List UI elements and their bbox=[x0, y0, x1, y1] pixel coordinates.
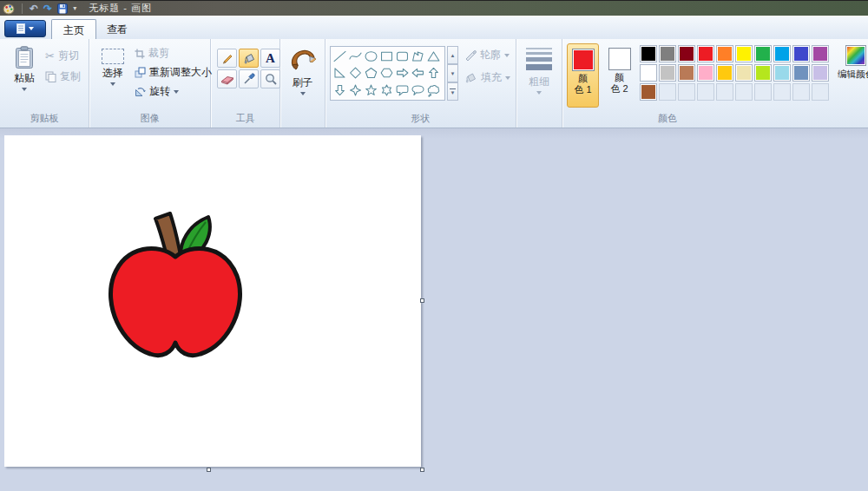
palette-empty-slot[interactable] bbox=[773, 83, 791, 101]
palette-swatch[interactable] bbox=[678, 64, 695, 82]
outline-label: 轮廓 bbox=[480, 48, 501, 62]
palette-swatch[interactable] bbox=[678, 45, 695, 62]
eyedropper-icon bbox=[243, 73, 255, 85]
color-picker-tool-button[interactable] bbox=[239, 69, 259, 88]
palette-swatch[interactable] bbox=[773, 64, 791, 82]
shape-curve[interactable] bbox=[347, 48, 363, 64]
shape-callout-rounded[interactable] bbox=[394, 82, 410, 98]
fill-shape-icon bbox=[464, 72, 477, 83]
size-button[interactable]: 粗细 bbox=[516, 39, 562, 95]
shape-ellipse[interactable] bbox=[363, 48, 378, 64]
shape-hexagon[interactable] bbox=[378, 65, 394, 82]
shapes-scroll-down-button[interactable]: ▼ bbox=[447, 64, 458, 82]
palette-swatch[interactable] bbox=[773, 45, 791, 62]
brushes-button[interactable]: 刷子 bbox=[280, 39, 325, 95]
shape-star-6[interactable] bbox=[378, 82, 394, 98]
shape-arrow-right[interactable] bbox=[394, 65, 410, 82]
shape-arrow-up[interactable] bbox=[425, 65, 441, 82]
palette-swatch[interactable] bbox=[812, 45, 829, 62]
rotate-label: 旋转 bbox=[149, 84, 170, 99]
palette-empty-slot[interactable] bbox=[697, 83, 714, 101]
edit-colors-rainbow-icon bbox=[845, 45, 866, 66]
crop-button[interactable]: 裁剪 bbox=[135, 46, 212, 61]
palette-swatch[interactable] bbox=[754, 64, 772, 82]
shape-triangle[interactable] bbox=[425, 48, 441, 64]
palette-empty-slot[interactable] bbox=[792, 83, 810, 101]
copy-button[interactable]: 复制 bbox=[45, 69, 81, 84]
palette-empty-slot[interactable] bbox=[735, 83, 753, 101]
select-button[interactable]: 选择 bbox=[95, 39, 131, 86]
cut-button[interactable]: ✂ 剪切 bbox=[45, 49, 81, 63]
shape-pentagon[interactable] bbox=[363, 65, 378, 82]
shape-outline-button[interactable]: 轮廓 bbox=[464, 48, 510, 62]
palette-swatch[interactable] bbox=[735, 45, 753, 62]
pencil-tool-button[interactable] bbox=[217, 49, 237, 68]
magnifier-tool-button[interactable] bbox=[260, 69, 280, 88]
undo-button[interactable]: ↶ bbox=[30, 3, 38, 14]
shape-fill-button[interactable]: 填充 bbox=[464, 70, 510, 85]
tab-view[interactable]: 查看 bbox=[95, 19, 139, 40]
shapes-scroll-up-button[interactable]: ▲ bbox=[447, 46, 458, 64]
palette-swatch[interactable] bbox=[735, 64, 753, 82]
resize-button[interactable]: 重新调整大小 bbox=[135, 65, 212, 80]
canvas-resize-handle-right[interactable] bbox=[420, 298, 424, 303]
palette-swatch[interactable] bbox=[640, 83, 657, 101]
shape-rectangle[interactable] bbox=[378, 48, 394, 64]
palette-empty-slot[interactable] bbox=[659, 83, 676, 101]
text-tool-button[interactable]: A bbox=[260, 49, 280, 68]
selection-rectangle-icon bbox=[102, 49, 124, 64]
save-button[interactable] bbox=[57, 3, 68, 14]
shapes-more-button[interactable]: ▼ bbox=[447, 82, 458, 101]
palette-swatch[interactable] bbox=[812, 64, 829, 82]
shape-polygon[interactable] bbox=[410, 48, 425, 64]
shape-star-5[interactable] bbox=[363, 82, 378, 98]
shape-arrow-left[interactable] bbox=[410, 65, 425, 82]
palette-swatch[interactable] bbox=[659, 45, 676, 62]
palette-empty-slot[interactable] bbox=[754, 83, 772, 101]
shape-line[interactable] bbox=[332, 48, 347, 64]
edit-colors-button[interactable]: 编辑颜色 bbox=[834, 45, 868, 81]
canvas-resize-handle-corner[interactable] bbox=[420, 468, 424, 472]
palette-swatch[interactable] bbox=[640, 64, 657, 82]
palette-swatch[interactable] bbox=[697, 45, 714, 62]
palette-swatch[interactable] bbox=[754, 45, 772, 62]
palette-swatch[interactable] bbox=[716, 45, 733, 62]
shape-callout-cloud[interactable] bbox=[425, 82, 441, 98]
palette-empty-slot[interactable] bbox=[812, 83, 829, 101]
apple-body bbox=[110, 248, 240, 355]
palette-swatch[interactable] bbox=[716, 64, 733, 82]
section-clipboard: 粘贴 ✂ 剪切 复制 剪贴板 bbox=[0, 39, 89, 128]
shape-arrow-down[interactable] bbox=[332, 82, 347, 98]
palette-swatch[interactable] bbox=[697, 64, 714, 82]
canvas-resize-handle-bottom[interactable] bbox=[207, 468, 211, 472]
color2-button[interactable]: 颜 色 2 bbox=[603, 43, 635, 108]
resize-label: 重新调整大小 bbox=[149, 65, 212, 80]
qat-customize-caret[interactable]: ▾ bbox=[73, 3, 76, 14]
eraser-tool-button[interactable] bbox=[217, 69, 237, 88]
palette-swatch[interactable] bbox=[792, 45, 810, 62]
shape-callout-oval[interactable] bbox=[410, 82, 425, 98]
brushes-label: 刷子 bbox=[293, 75, 313, 90]
shape-star-4[interactable] bbox=[347, 82, 363, 98]
palette-empty-slot[interactable] bbox=[678, 83, 695, 101]
shape-diamond[interactable] bbox=[347, 65, 363, 82]
drawing-canvas[interactable] bbox=[4, 135, 421, 467]
fill-caret-icon bbox=[505, 76, 510, 80]
select-label: 选择 bbox=[102, 66, 123, 81]
paste-button[interactable]: 粘贴 bbox=[7, 39, 42, 91]
palette-swatch[interactable] bbox=[640, 45, 657, 62]
crop-label: 裁剪 bbox=[148, 46, 169, 61]
rotate-button[interactable]: 旋转 bbox=[135, 84, 212, 99]
work-area bbox=[0, 128, 868, 491]
redo-button[interactable]: ↷ bbox=[43, 3, 52, 14]
shape-right-triangle[interactable] bbox=[332, 65, 347, 82]
tab-home[interactable]: 主页 bbox=[51, 19, 96, 40]
resize-icon bbox=[135, 67, 146, 78]
application-menu-button[interactable] bbox=[4, 20, 46, 37]
palette-swatch[interactable] bbox=[659, 64, 676, 82]
palette-empty-slot[interactable] bbox=[716, 83, 733, 101]
palette-swatch[interactable] bbox=[792, 64, 810, 82]
color1-button[interactable]: 颜 色 1 bbox=[567, 43, 599, 108]
shape-rounded-rectangle[interactable] bbox=[394, 48, 410, 64]
fill-tool-button[interactable] bbox=[239, 49, 259, 68]
